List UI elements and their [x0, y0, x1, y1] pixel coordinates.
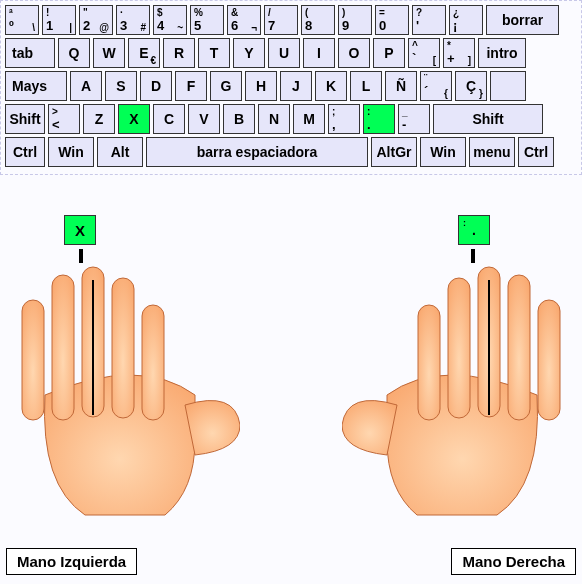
key-8[interactable]: (8: [301, 5, 335, 35]
key-B[interactable]: B: [223, 104, 255, 134]
key-,[interactable]: ;,: [328, 104, 360, 134]
key-`[interactable]: ^`[: [408, 38, 440, 68]
key-menu[interactable]: menu: [469, 137, 515, 167]
key-.[interactable]: :.: [363, 104, 395, 134]
key-Y[interactable]: Y: [233, 38, 265, 68]
svg-rect-9: [448, 278, 470, 418]
float-key-left-label: X: [75, 222, 85, 239]
key-U[interactable]: U: [268, 38, 300, 68]
key-6[interactable]: &6¬: [227, 5, 261, 35]
float-key-right: : .: [458, 215, 490, 245]
key-intro[interactable]: intro: [478, 38, 526, 68]
key-A[interactable]: A: [70, 71, 102, 101]
key-T[interactable]: T: [198, 38, 230, 68]
left-hand: [0, 245, 240, 535]
key-Mays[interactable]: Mays: [5, 71, 67, 101]
key-3[interactable]: ·3#: [116, 5, 150, 35]
key-4[interactable]: $4~: [153, 5, 187, 35]
key-5[interactable]: %5: [190, 5, 224, 35]
key--[interactable]: _-: [398, 104, 430, 134]
key-G[interactable]: G: [210, 71, 242, 101]
key-W[interactable]: W: [93, 38, 125, 68]
key-Shift[interactable]: Shift: [5, 104, 45, 134]
right-hand: [342, 245, 582, 535]
key-D[interactable]: D: [140, 71, 172, 101]
key-¡[interactable]: ¿¡: [449, 5, 483, 35]
key-O[interactable]: O: [338, 38, 370, 68]
key-<[interactable]: ><: [48, 104, 80, 134]
key-borrar[interactable]: borrar: [486, 5, 559, 35]
key-I[interactable]: I: [303, 38, 335, 68]
float-key-right-tl: :: [463, 218, 466, 228]
key-'[interactable]: ?': [412, 5, 446, 35]
left-hand-label: Mano Izquierda: [6, 548, 137, 575]
key-AltGr[interactable]: AltGr: [371, 137, 417, 167]
key-V[interactable]: V: [188, 104, 220, 134]
key-P[interactable]: P: [373, 38, 405, 68]
key-E[interactable]: €E: [128, 38, 160, 68]
svg-rect-7: [508, 275, 530, 420]
key-Ctrl[interactable]: Ctrl: [518, 137, 554, 167]
float-key-right-bl: .: [472, 222, 476, 238]
key-Q[interactable]: Q: [58, 38, 90, 68]
svg-rect-0: [22, 300, 44, 420]
key-R[interactable]: R: [163, 38, 195, 68]
key-L[interactable]: L: [350, 71, 382, 101]
key-M[interactable]: M: [293, 104, 325, 134]
key-blank[interactable]: [490, 71, 526, 101]
hands-area: X : .: [0, 215, 582, 575]
key-Shift[interactable]: Shift: [433, 104, 543, 134]
key-barra espaciadora[interactable]: barra espaciadora: [146, 137, 368, 167]
keyboard: ªº\!1|"2@·3#$4~%5&6¬/7(8)9=0?'¿¡borrarta…: [0, 0, 582, 175]
key-Alt[interactable]: Alt: [97, 137, 143, 167]
key-Z[interactable]: Z: [83, 104, 115, 134]
key-tab[interactable]: tab: [5, 38, 55, 68]
key-H[interactable]: H: [245, 71, 277, 101]
svg-rect-4: [142, 305, 164, 420]
svg-rect-1: [52, 275, 74, 420]
key-C[interactable]: C: [153, 104, 185, 134]
key-S[interactable]: S: [105, 71, 137, 101]
key-+[interactable]: *+]: [443, 38, 475, 68]
key-º[interactable]: ªº\: [5, 5, 39, 35]
key-0[interactable]: =0: [375, 5, 409, 35]
key-Win[interactable]: Win: [420, 137, 466, 167]
svg-rect-10: [418, 305, 440, 420]
key-X[interactable]: X: [118, 104, 150, 134]
key-J[interactable]: J: [280, 71, 312, 101]
key-7[interactable]: /7: [264, 5, 298, 35]
float-key-left: X: [64, 215, 96, 245]
key-Ñ[interactable]: Ñ: [385, 71, 417, 101]
key-K[interactable]: K: [315, 71, 347, 101]
key-Ctrl[interactable]: Ctrl: [5, 137, 45, 167]
key-9[interactable]: )9: [338, 5, 372, 35]
key-N[interactable]: N: [258, 104, 290, 134]
right-hand-label: Mano Derecha: [451, 548, 576, 575]
svg-rect-3: [112, 278, 134, 418]
key-2[interactable]: "2@: [79, 5, 113, 35]
key-´[interactable]: ¨´{: [420, 71, 452, 101]
svg-rect-6: [538, 300, 560, 420]
key-Ç[interactable]: }Ç: [455, 71, 487, 101]
key-1[interactable]: !1|: [42, 5, 76, 35]
key-F[interactable]: F: [175, 71, 207, 101]
key-Win[interactable]: Win: [48, 137, 94, 167]
